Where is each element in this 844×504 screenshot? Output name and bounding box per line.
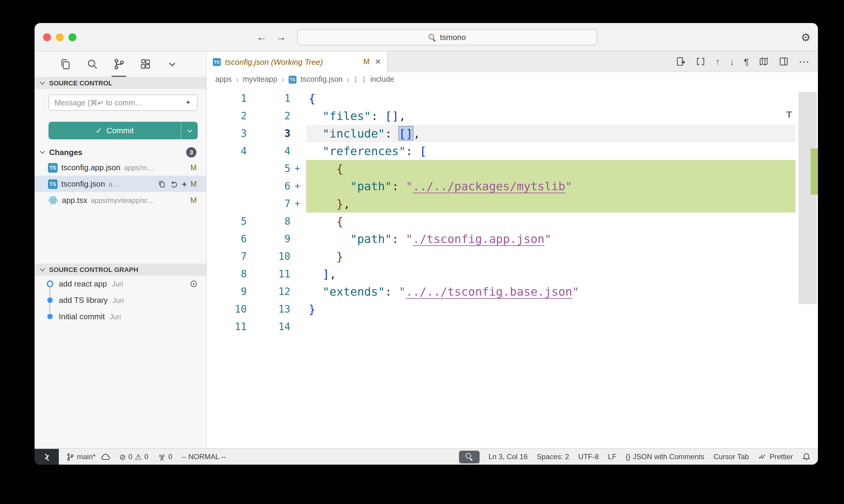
editor-actions: ↑ ↓ ¶ ⋯ [675, 52, 818, 71]
code-line[interactable]: 710 } [207, 248, 818, 265]
minimize-window-button[interactable] [56, 33, 64, 41]
commit-dropdown-button[interactable] [181, 122, 198, 139]
code-line[interactable]: 69 "path": "./tsconfig.app.json" [207, 230, 818, 248]
code-line[interactable]: 22 "files": [], [207, 107, 818, 125]
commit-graph: add react app Juri add TS library Juri I… [35, 276, 206, 325]
tab-modified-badge: M [363, 57, 369, 66]
code-line[interactable]: 44 "references": [ [207, 142, 818, 160]
problems-indicator[interactable]: ⊘ 0 ⚠ 0 [119, 452, 148, 461]
zoom-chip[interactable] [459, 450, 479, 463]
back-icon[interactable]: ← [257, 31, 267, 43]
breadcrumb-item-tsconfig[interactable]: tsconfig.json [301, 75, 343, 84]
commit-message: add TS library [59, 295, 108, 305]
code-line[interactable]: 58 { [207, 213, 818, 230]
changes-section-header[interactable]: Changes 3 [35, 145, 206, 159]
settings-gear-icon[interactable]: ⚙ [801, 32, 811, 43]
code-line[interactable]: 1114 [207, 318, 818, 336]
open-file-icon[interactable] [158, 180, 166, 188]
search-icon [428, 34, 436, 41]
split-editor-icon[interactable] [778, 56, 789, 67]
whitespace-toggle-icon[interactable]: ¶ [744, 57, 749, 66]
goto-ref-icon[interactable] [190, 280, 198, 288]
ports-indicator[interactable]: 0 [157, 452, 172, 461]
code-line[interactable]: 11{ [207, 90, 818, 107]
chevron-right-icon: › [347, 75, 350, 84]
branch-indicator[interactable]: main* [66, 452, 110, 461]
more-views-chevron-icon[interactable] [166, 57, 179, 71]
git-modified-badge: M [190, 180, 196, 188]
activity-bar [35, 52, 206, 77]
vim-mode-indicator[interactable]: -- NORMAL -- [182, 452, 226, 461]
formatter-indicator[interactable]: ✓✓ Prettier [758, 452, 793, 461]
more-actions-icon[interactable]: ⋯ [798, 56, 809, 67]
close-tab-icon[interactable]: × [375, 57, 381, 67]
commit-button[interactable]: ✓ Commit [49, 122, 198, 139]
file-path: a… [109, 180, 120, 187]
explorer-icon[interactable] [59, 57, 72, 71]
file-row-app-tsx[interactable]: app.tsx apps/myviteapp/sr… M [35, 192, 206, 209]
remote-indicator[interactable] [35, 449, 59, 465]
source-control-graph-header[interactable]: SOURCE CONTROL GRAPH [35, 264, 206, 276]
forward-icon[interactable]: → [276, 31, 286, 43]
commit-dot-icon [46, 281, 53, 287]
code-line[interactable]: 1013} [207, 301, 818, 318]
code-line[interactable]: 33 "include": [], [207, 125, 818, 142]
scrollbar-thumb[interactable] [798, 92, 817, 304]
close-window-button[interactable] [43, 33, 51, 41]
code-line[interactable]: 5+ { [207, 160, 818, 178]
code-line[interactable]: 6+ "path": "../../packages/mytslib" [207, 178, 818, 195]
map-icon[interactable] [758, 56, 769, 67]
chevron-down-icon [40, 149, 45, 154]
source-control-view-icon[interactable] [112, 57, 125, 71]
commit-row[interactable]: add react app Juri [35, 276, 206, 292]
warning-count: 0 [144, 452, 148, 461]
commit-author: Juri [110, 313, 121, 320]
ports-count: 0 [168, 452, 172, 461]
eol-indicator[interactable]: LF [608, 452, 616, 461]
file-row-tsconfig-selected[interactable]: TS tsconfig.json a… + M [35, 176, 206, 192]
commit-message: Initial commit [59, 312, 105, 321]
encoding-indicator[interactable]: UTF-8 [578, 452, 599, 461]
breadcrumb-item-include[interactable]: include [370, 75, 394, 84]
indentation-indicator[interactable]: Spaces: 2 [537, 452, 569, 461]
vscode-window: ← → tsmono ⚙ [35, 23, 818, 465]
breadcrumb-item-apps[interactable]: apps [215, 75, 231, 84]
extensions-view-icon[interactable] [139, 57, 152, 71]
tab-tsconfig-working-tree[interactable]: TS tsconfig.json (Working Tree) M × [207, 52, 387, 72]
branch-name: main* [77, 452, 96, 461]
remote-icon [42, 452, 51, 461]
zoom-window-button[interactable] [69, 33, 76, 41]
command-center-search[interactable]: tsmono [297, 29, 597, 46]
commit-row[interactable]: add TS library Juri [35, 292, 206, 308]
code-line[interactable]: 912 "extends": "../../tsconfig.base.json… [207, 283, 818, 301]
cursor-tab-indicator[interactable]: Cursor Tab [713, 452, 749, 461]
previous-change-icon[interactable]: ↑ [716, 57, 720, 66]
discard-changes-icon[interactable] [170, 180, 178, 188]
commit-message: add react app [59, 279, 107, 288]
open-file-icon[interactable] [675, 56, 686, 67]
git-modified-badge: M [190, 196, 196, 204]
cursor-position-indicator[interactable]: Ln 3, Col 16 [488, 452, 528, 461]
code-line[interactable]: 811 ], [207, 265, 818, 283]
eol: LF [608, 452, 616, 461]
sparkle-icon[interactable]: ✦ [186, 99, 191, 107]
breadcrumb-item-myviteapp[interactable]: myviteapp [243, 75, 277, 84]
source-control-section-header[interactable]: SOURCE CONTROL [35, 77, 206, 89]
language-mode-indicator[interactable]: {} JSON with Comments [625, 452, 704, 461]
search-view-icon[interactable] [86, 57, 99, 71]
braces-icon: {} [625, 452, 630, 461]
code-line[interactable]: 7+ }, [207, 195, 818, 213]
notifications-bell[interactable] [802, 452, 811, 461]
stage-changes-icon[interactable]: + [182, 179, 187, 189]
file-name: app.tsx [62, 196, 87, 205]
commit-row[interactable]: Initial commit Juri [35, 308, 206, 325]
file-row-tsconfig-app[interactable]: TS tsconfig.app.json apps/m… M [35, 159, 206, 176]
commit-author: Juri [112, 280, 123, 287]
compare-side-by-side-icon[interactable] [695, 56, 706, 67]
diff-editor[interactable]: 11{22 "files": [],33 "include": [],44 "r… [207, 87, 818, 448]
bell-icon [802, 452, 811, 461]
next-change-icon[interactable]: ↓ [730, 57, 734, 66]
commit-message-input[interactable] [49, 94, 198, 111]
commit-author: Juri [113, 296, 124, 304]
typescript-file-icon: TS [213, 58, 221, 66]
